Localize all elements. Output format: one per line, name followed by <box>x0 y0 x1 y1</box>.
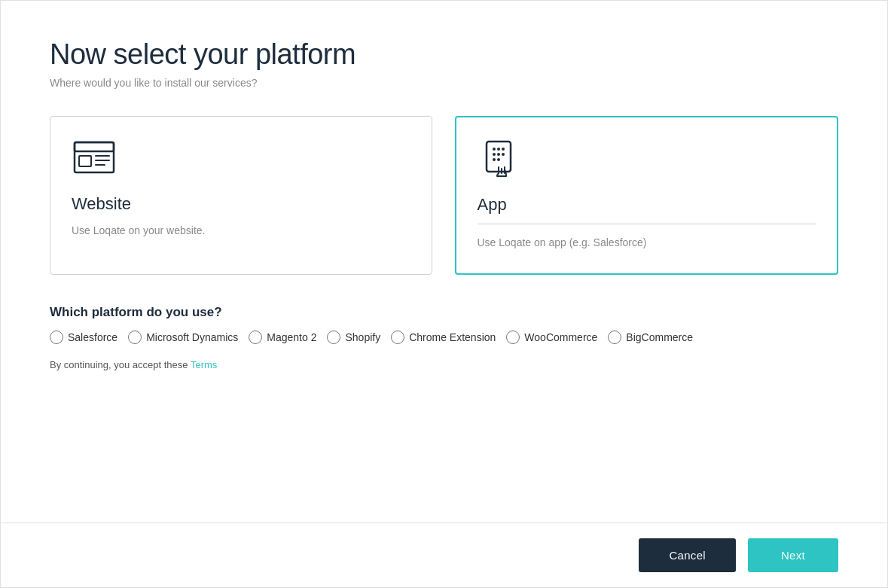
terms-link[interactable]: Terms <box>191 359 217 370</box>
radio-salesforce[interactable] <box>50 331 63 344</box>
radio-label: Shopify <box>345 331 380 343</box>
radio-item[interactable]: BigCommerce <box>608 331 693 344</box>
svg-point-9 <box>502 148 505 151</box>
website-card-title: Website <box>72 194 410 214</box>
radio-item[interactable]: WooCommerce <box>506 331 597 344</box>
svg-point-7 <box>493 148 496 151</box>
page-wrapper: Now select your platform Where would you… <box>0 0 888 588</box>
svg-point-11 <box>497 153 500 156</box>
terms-text: By continuing, you accept these Terms <box>50 359 838 370</box>
radio-item[interactable]: Salesforce <box>50 331 117 344</box>
page-subtitle: Where would you like to install our serv… <box>50 77 838 89</box>
app-card-description: Use Loqate on app (e.g. Salesforce) <box>478 235 816 251</box>
radio-bigcommerce[interactable] <box>608 331 621 344</box>
website-icon <box>72 139 117 181</box>
radio-group: SalesforceMicrosoft DynamicsMagento 2Sho… <box>50 331 838 344</box>
which-platform-label: Which platform do you use? <box>50 305 838 320</box>
radio-magento-2[interactable] <box>249 331 262 344</box>
radio-label: WooCommerce <box>524 331 597 343</box>
radio-item[interactable]: Shopify <box>327 331 380 344</box>
app-card-divider <box>478 224 816 224</box>
radio-label: Microsoft Dynamics <box>146 331 238 343</box>
svg-rect-2 <box>79 156 91 166</box>
svg-point-14 <box>497 158 500 161</box>
radio-microsoft-dynamics[interactable] <box>128 331 142 344</box>
cancel-button[interactable]: Cancel <box>639 538 736 572</box>
svg-point-10 <box>493 153 496 156</box>
app-card-title: App <box>478 195 816 215</box>
footer-bar: Cancel Next <box>1 522 887 587</box>
svg-point-12 <box>502 153 505 156</box>
svg-rect-1 <box>75 142 114 151</box>
radio-chrome-extension[interactable] <box>391 331 404 344</box>
page-title: Now select your platform <box>50 38 838 71</box>
svg-rect-0 <box>75 142 114 172</box>
radio-shopify[interactable] <box>327 331 340 344</box>
radio-label: BigCommerce <box>626 331 693 343</box>
app-card[interactable]: App Use Loqate on app (e.g. Salesforce) <box>455 116 839 275</box>
radio-item[interactable]: Magento 2 <box>249 331 316 344</box>
radio-label: Magento 2 <box>267 331 316 343</box>
next-button[interactable]: Next <box>748 538 838 572</box>
radio-label: Salesforce <box>68 331 117 343</box>
radio-item[interactable]: Microsoft Dynamics <box>128 331 238 344</box>
platform-cards: Website Use Loqate on your website. <box>50 116 838 275</box>
radio-woocommerce[interactable] <box>506 331 520 344</box>
svg-point-13 <box>493 158 496 161</box>
which-platform-section: Which platform do you use? SalesforceMic… <box>50 305 838 344</box>
website-card[interactable]: Website Use Loqate on your website. <box>50 116 432 275</box>
radio-item[interactable]: Chrome Extension <box>391 331 496 344</box>
main-content: Now select your platform Where would you… <box>1 1 887 522</box>
svg-point-8 <box>497 148 500 151</box>
app-icon <box>478 140 523 181</box>
website-card-description: Use Loqate on your website. <box>72 223 410 239</box>
radio-label: Chrome Extension <box>409 331 496 343</box>
